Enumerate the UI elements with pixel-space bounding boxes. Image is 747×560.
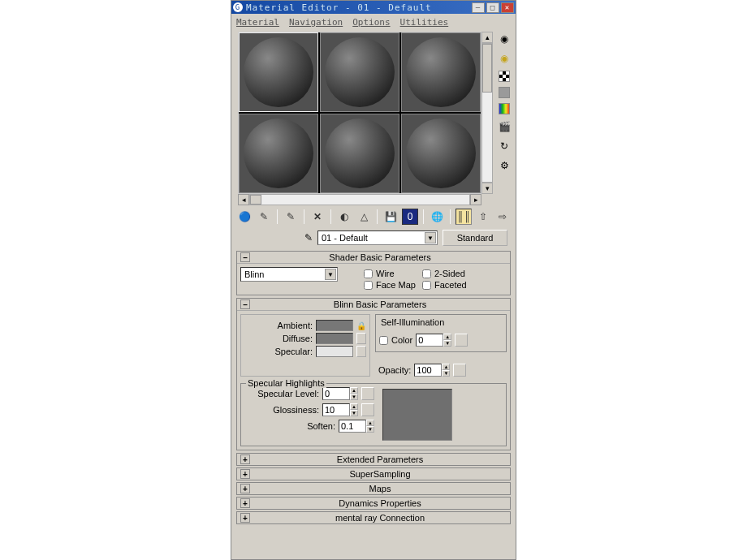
menu-options[interactable]: Options: [352, 17, 390, 28]
make-preview-icon[interactable]: ↻: [497, 139, 512, 153]
specular-color-swatch[interactable]: [316, 346, 353, 357]
material-editor-window: G Material Editor - 01 - Default — □ ✕ M…: [231, 0, 516, 560]
rollout-extended-parameters[interactable]: + Extended Parameters: [236, 453, 511, 466]
wire-checkbox[interactable]: Wire: [364, 269, 416, 278]
opacity-map-button[interactable]: [453, 364, 466, 377]
rollout-blinn-basic: – Blinn Basic Parameters Ambient: 🔒: [236, 298, 511, 450]
menu-material[interactable]: Material: [236, 17, 279, 28]
video-color-check-icon[interactable]: 🎬: [497, 119, 512, 134]
put-to-scene-button[interactable]: ✎: [256, 209, 272, 225]
menubar: Material Navigation Options Utilities: [231, 14, 516, 30]
2sided-checkbox[interactable]: 2-Sided: [422, 269, 467, 278]
opacity-spinner[interactable]: ▲▼: [414, 364, 450, 377]
main-toolbar: 🔵 ✎ ✎ ✕ ◐ △ 💾 0 🌐 ║║ ⇧ ⇨: [231, 205, 516, 228]
backlight-icon[interactable]: ◉: [497, 51, 512, 66]
scroll-thumb[interactable]: [482, 44, 492, 93]
material-slot-5[interactable]: [320, 114, 399, 193]
scroll-left-button[interactable]: ◂: [238, 194, 249, 205]
si-color-checkbox[interactable]: [379, 336, 388, 345]
scroll-right-button[interactable]: ▸: [470, 194, 481, 205]
material-slots-grid: [238, 32, 481, 194]
show-end-result-button[interactable]: ║║: [456, 209, 472, 225]
chevron-down-icon[interactable]: ▼: [325, 269, 336, 280]
specular-curve-preview: [382, 389, 452, 441]
si-map-button[interactable]: [455, 334, 468, 347]
h-scroll-thumb[interactable]: [250, 195, 261, 205]
color-swatches-panel: Ambient: 🔒 Diffuse: Specular:: [240, 314, 370, 377]
specular-map-button[interactable]: [356, 346, 366, 357]
go-to-parent-button[interactable]: ⇧: [475, 209, 491, 225]
side-toolbar: ◉ ◉ 🎬 ↻ ⚙: [493, 32, 512, 194]
go-forward-button[interactable]: ⇨: [494, 209, 511, 225]
sample-type-icon[interactable]: ◉: [497, 32, 512, 46]
diffuse-color-swatch[interactable]: [316, 333, 353, 344]
rollout-supersampling[interactable]: + SuperSampling: [236, 467, 511, 480]
faceted-checkbox[interactable]: Faceted: [422, 280, 467, 290]
assign-to-selection-button[interactable]: ✎: [283, 209, 299, 225]
rollout-toggle-icon[interactable]: +: [240, 498, 250, 508]
app-icon: G: [233, 2, 243, 12]
pick-material-icon[interactable]: ✎: [304, 232, 313, 243]
menu-navigation[interactable]: Navigation: [289, 17, 343, 28]
scroll-up-button[interactable]: ▴: [481, 32, 493, 43]
material-name-combo[interactable]: 01 - Default ▼: [317, 230, 438, 245]
rollout-toggle-icon[interactable]: +: [240, 454, 250, 464]
chevron-down-icon[interactable]: ▼: [425, 232, 436, 243]
put-to-library-button[interactable]: 💾: [382, 209, 399, 225]
shader-type-combo[interactable]: Blinn ▼: [240, 267, 338, 282]
sphere-preview-icon: [244, 37, 313, 107]
rollout-toggle-icon[interactable]: +: [240, 513, 250, 523]
menu-utilities[interactable]: Utilities: [400, 17, 449, 28]
self-illumination-group: Self-Illumination Color ▲▼: [375, 314, 507, 352]
get-material-button[interactable]: 🔵: [236, 209, 253, 225]
glossiness-spinner[interactable]: ▲▼: [322, 403, 358, 416]
make-unique-button[interactable]: △: [356, 209, 372, 225]
material-slot-2[interactable]: [320, 32, 399, 112]
rollout-mental-ray-connection[interactable]: + mental ray Connection: [236, 511, 511, 524]
window-title: Material Editor - 01 - Default: [246, 2, 432, 13]
sphere-preview-icon: [325, 37, 395, 107]
material-type-button[interactable]: Standard: [443, 230, 507, 246]
reset-button[interactable]: ✕: [309, 209, 326, 225]
slots-vertical-scrollbar[interactable]: ▴ ▾: [481, 32, 493, 194]
rollout-shader-basic: – Shader Basic Parameters Blinn ▼ Wire F…: [236, 251, 511, 295]
close-button[interactable]: ✕: [501, 2, 514, 13]
material-slot-3[interactable]: [401, 32, 481, 112]
rollout-dynamics-properties[interactable]: + Dynamics Properties: [236, 497, 511, 510]
material-slot-4[interactable]: [239, 114, 318, 193]
minimize-button[interactable]: —: [472, 2, 485, 13]
background-gray-icon[interactable]: [499, 87, 510, 98]
material-id-button[interactable]: 0: [402, 209, 418, 225]
options-icon[interactable]: ⚙: [497, 158, 512, 173]
titlebar: G Material Editor - 01 - Default — □ ✕: [231, 1, 516, 14]
sphere-preview-icon: [406, 118, 476, 188]
background-checker-icon[interactable]: [499, 71, 510, 82]
maximize-button[interactable]: □: [486, 2, 499, 13]
scroll-down-button[interactable]: ▾: [481, 183, 493, 194]
sphere-preview-icon: [325, 118, 395, 188]
si-value-spinner[interactable]: ▲▼: [416, 334, 451, 347]
rollout-toggle-icon[interactable]: +: [240, 484, 250, 493]
make-copy-button[interactable]: ◐: [336, 209, 352, 225]
sample-uv-tiling-icon[interactable]: [499, 103, 510, 114]
material-slot-1[interactable]: [239, 32, 318, 112]
material-slot-6[interactable]: [401, 114, 481, 193]
ambient-color-swatch[interactable]: [316, 320, 353, 331]
sphere-preview-icon: [244, 118, 313, 188]
rollout-toggle-icon[interactable]: +: [240, 469, 250, 479]
rollout-header-shader-basic[interactable]: – Shader Basic Parameters: [237, 252, 510, 264]
show-map-in-viewport-button[interactable]: 🌐: [429, 209, 445, 225]
lock-icon[interactable]: 🔒: [356, 321, 366, 330]
glossiness-map-button[interactable]: [361, 403, 374, 416]
soften-spinner[interactable]: ▲▼: [339, 420, 374, 433]
rollout-maps[interactable]: + Maps: [236, 482, 511, 495]
diffuse-map-button[interactable]: [356, 333, 366, 344]
rollout-toggle-icon[interactable]: –: [240, 252, 250, 262]
rollout-header-blinn-basic[interactable]: – Blinn Basic Parameters: [237, 299, 510, 311]
specular-level-spinner[interactable]: ▲▼: [322, 387, 358, 400]
slots-horizontal-scrollbar[interactable]: ◂ ▸: [238, 194, 481, 205]
specular-level-map-button[interactable]: [361, 387, 374, 400]
sphere-preview-icon: [406, 37, 476, 107]
facemap-checkbox[interactable]: Face Map: [364, 280, 416, 290]
rollout-toggle-icon[interactable]: –: [240, 299, 250, 309]
